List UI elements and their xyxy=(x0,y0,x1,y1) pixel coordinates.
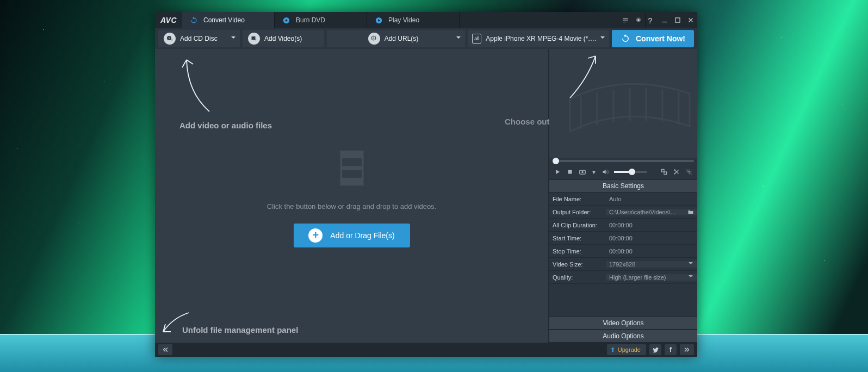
value-start-time[interactable]: 00:00:00 xyxy=(606,235,697,241)
app-logo: AVC xyxy=(155,12,182,28)
app-window: AVC Convert Video Burn DVD Play Video ? … xyxy=(155,12,697,357)
value-quality[interactable]: High (Larger file size) xyxy=(606,274,697,281)
profile-icon: all xyxy=(472,34,481,44)
maximize-icon[interactable] xyxy=(671,12,684,28)
help-icon[interactable]: ? xyxy=(645,12,658,28)
facebook-icon: f xyxy=(669,346,672,354)
browse-folder-icon xyxy=(687,209,694,215)
btn-label: Upgrade xyxy=(618,346,641,353)
section-audio-options[interactable]: Audio Options xyxy=(549,330,697,343)
value-video-size[interactable]: 1792x828 xyxy=(606,261,697,268)
film-add-icon: + xyxy=(248,33,260,45)
tab-convert-video[interactable]: Convert Video xyxy=(182,12,275,28)
svg-rect-19 xyxy=(661,169,664,172)
volume-slider[interactable] xyxy=(614,171,647,173)
add-or-drag-button[interactable]: + Add or Drag File(s) xyxy=(294,224,410,247)
btn-label: Convert Now! xyxy=(636,34,685,43)
svg-rect-12 xyxy=(334,150,340,185)
preview-controls: ▼ xyxy=(549,164,697,179)
value-stop-time[interactable]: 00:00:00 xyxy=(606,248,697,255)
svg-rect-15 xyxy=(342,170,362,177)
disc-icon xyxy=(282,16,290,24)
annotation-add-files: Add video or audio files xyxy=(179,121,272,130)
tab-play-video[interactable]: Play Video xyxy=(367,12,460,28)
file-stage[interactable]: Click the button below or drag and drop … xyxy=(155,49,549,343)
settings-gear-icon[interactable] xyxy=(632,12,645,28)
minimize-icon[interactable] xyxy=(658,12,671,28)
tab-label: Burn DVD xyxy=(296,16,325,24)
row-file-name: File Name:Auto xyxy=(549,193,697,206)
menu-list-icon[interactable] xyxy=(619,12,632,28)
effects-icon[interactable] xyxy=(685,168,693,176)
toolbar: + Add CD Disc + Add Video(s) Add URL(s) … xyxy=(155,28,697,49)
title-bar: AVC Convert Video Burn DVD Play Video ? xyxy=(155,12,697,28)
plus-icon: + xyxy=(308,228,323,243)
add-urls-button[interactable]: Add URL(s) xyxy=(327,30,465,47)
row-stop-time: Stop Time:00:00:00 xyxy=(549,245,697,258)
row-quality: Quality:High (Larger file size) xyxy=(549,271,697,284)
annotation-arrow-add xyxy=(177,54,220,114)
svg-point-6 xyxy=(169,38,170,39)
section-video-options[interactable]: Video Options xyxy=(549,317,697,330)
svg-rect-16 xyxy=(568,170,572,174)
row-start-time: Start Time:00:00:00 xyxy=(549,232,697,245)
row-video-size: Video Size:1792x828 xyxy=(549,258,697,271)
upgrade-arrow-icon: ⬆ xyxy=(610,346,615,354)
btn-label: Add URL(s) xyxy=(385,35,419,42)
play-circle-icon xyxy=(375,16,383,24)
svg-point-1 xyxy=(286,19,288,21)
volume-icon[interactable] xyxy=(602,168,609,176)
svg-point-18 xyxy=(581,171,584,173)
svg-text:+: + xyxy=(255,38,257,42)
tab-burn-dvd[interactable]: Burn DVD xyxy=(275,12,367,28)
expand-panel-button[interactable] xyxy=(158,344,172,355)
svg-rect-13 xyxy=(363,150,369,185)
preview-area xyxy=(549,49,697,158)
svg-text:+: + xyxy=(171,38,173,42)
twitter-button[interactable] xyxy=(649,344,661,355)
svg-rect-4 xyxy=(675,18,680,22)
annotation-unfold: Unfold file management panel xyxy=(182,325,298,334)
chevron-left-double-icon xyxy=(162,346,169,353)
add-cd-disc-button[interactable]: + Add CD Disc xyxy=(158,30,240,47)
value-file-name[interactable]: Auto xyxy=(606,196,697,202)
close-icon[interactable] xyxy=(684,12,697,28)
profile-label: Apple iPhone XR MPEG-4 Movie (*.m… xyxy=(486,35,597,42)
status-bar: ⬆ Upgrade f xyxy=(155,343,697,357)
snapshot-icon[interactable] xyxy=(579,168,586,176)
preview-scrubber[interactable] xyxy=(549,158,697,164)
btn-label: Add or Drag File(s) xyxy=(330,231,394,240)
collapse-side-button[interactable] xyxy=(680,344,694,355)
section-basic-settings[interactable]: Basic Settings xyxy=(549,179,697,193)
convert-icon xyxy=(621,34,630,44)
svg-rect-20 xyxy=(664,172,667,175)
value-all-clip: 00:00:00 xyxy=(606,222,697,228)
row-output-folder: Output Folder:C:\Users\cathe\Videos\… xyxy=(549,206,697,219)
facebook-button[interactable]: f xyxy=(665,344,677,355)
detach-icon[interactable] xyxy=(660,168,668,176)
svg-point-21 xyxy=(674,169,675,170)
svg-point-22 xyxy=(674,173,675,174)
output-profile-select[interactable]: all Apple iPhone XR MPEG-4 Movie (*.m… xyxy=(468,30,609,47)
annotation-arrow-unfold xyxy=(159,310,191,334)
scrubber-thumb[interactable] xyxy=(553,158,559,164)
play-icon[interactable] xyxy=(554,168,561,176)
side-panel: ▼ Basic Settings File Name:Auto Output F… xyxy=(549,49,697,343)
film-placeholder-icon xyxy=(328,145,375,191)
add-videos-button[interactable]: + Add Video(s) xyxy=(243,30,324,47)
value-output-folder[interactable]: C:\Users\cathe\Videos\… xyxy=(606,209,697,215)
btn-label: Add Video(s) xyxy=(264,35,302,42)
tab-label: Convert Video xyxy=(203,16,245,24)
convert-now-button[interactable]: Convert Now! xyxy=(612,30,694,47)
row-all-clip-duration: All Clip Duration:00:00:00 xyxy=(549,219,697,232)
stage-hint: Click the button below or drag and drop … xyxy=(267,202,436,210)
film-watermark-icon xyxy=(559,66,695,148)
refresh-icon xyxy=(190,16,198,24)
stop-icon[interactable] xyxy=(566,168,574,176)
upgrade-button[interactable]: ⬆ Upgrade xyxy=(607,344,646,355)
chevron-right-double-icon xyxy=(683,346,691,353)
tab-label: Play Video xyxy=(388,16,419,24)
btn-label: Add CD Disc xyxy=(180,35,218,42)
trim-icon[interactable] xyxy=(673,168,680,176)
svg-rect-14 xyxy=(342,158,362,166)
